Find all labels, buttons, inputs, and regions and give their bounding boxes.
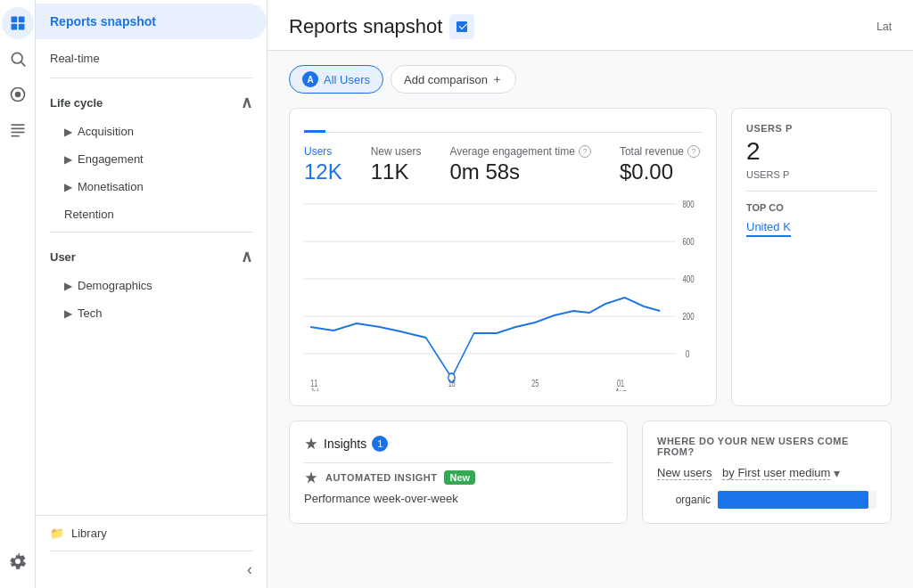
add-comparison-label: Add comparison (404, 73, 488, 86)
acquisition-chevron: ▶ (64, 126, 72, 138)
all-users-label: All Users (324, 73, 370, 86)
metric-new-users-value: 11K (371, 159, 422, 184)
mini-card-divider (746, 191, 876, 192)
main-header: Reports snapshot Lat (267, 0, 913, 51)
sidebar-item-acquisition[interactable]: ▶ Acquisition (36, 118, 267, 145)
sidebar-section-user[interactable]: User ∧ (36, 236, 267, 272)
where-card: WHERE DO YOUR NEW USERS COME FROM? New u… (642, 421, 892, 524)
monetisation-chevron: ▶ (64, 181, 72, 193)
insights-star-icon (304, 437, 318, 451)
sidebar-divider-2 (50, 232, 252, 233)
mini-card-top-country-label: TOP CO (746, 202, 876, 213)
svg-text:600: 600 (682, 236, 694, 248)
svg-text:18: 18 (448, 379, 456, 388)
chart-svg: 800 600 400 200 0 11 Jul (304, 195, 702, 391)
insights-card: Insights 1 AUTOMATED INSIGHT New Perform… (289, 421, 628, 524)
revenue-info-icon[interactable]: ? (687, 145, 700, 158)
sidebar-item-realtime-label: Real-time (50, 52, 100, 65)
all-users-avatar: A (302, 71, 318, 87)
mini-card-country[interactable]: United K (746, 220, 791, 237)
main-body: A All Users Add comparison ＋ Users (267, 51, 913, 588)
metric-new-users: New users 11K (371, 145, 422, 184)
sidebar-item-engagement[interactable]: ▶ Engagement (36, 145, 267, 173)
svg-text:400: 400 (682, 274, 694, 285)
sidebar-item-engagement-label: Engagement (78, 152, 144, 166)
metric-revenue-value: $0.00 (620, 159, 700, 184)
sidebar-item-acquisition-label: Acquisition (78, 125, 134, 138)
filter-dropdown-arrow[interactable]: ▾ (834, 466, 840, 480)
metric-revenue: Total revenue ? $0.00 (620, 145, 700, 184)
sidebar-footer-library[interactable]: 📁 Library (36, 515, 267, 551)
insight-title: Performance week-over-week (304, 492, 613, 505)
nav-dashboard[interactable] (2, 7, 34, 39)
svg-line-5 (21, 62, 25, 67)
where-filter-row: New users by First user medium ▾ (657, 466, 876, 480)
sidebar-item-monetisation[interactable]: ▶ Monetisation (36, 173, 267, 200)
sidebar-item-retention[interactable]: Retention (36, 200, 267, 228)
icon-nav-bottom (2, 545, 34, 577)
automated-label: AUTOMATED INSIGHT (325, 472, 437, 483)
sidebar-divider-1 (50, 78, 252, 78)
all-users-chip[interactable]: A All Users (289, 65, 383, 94)
demographics-chevron: ▶ (64, 280, 72, 292)
svg-rect-10 (11, 132, 24, 134)
sidebar-item-retention-label: Retention (64, 208, 114, 221)
bar-container: organic (657, 491, 876, 509)
add-comparison-icon: ＋ (491, 71, 503, 87)
svg-rect-0 (11, 17, 17, 23)
engagement-chevron: ▶ (64, 153, 72, 166)
nav-realtime[interactable] (2, 78, 34, 110)
metric-new-users-label: New users (371, 145, 422, 158)
svg-rect-9 (11, 128, 24, 130)
bar-track-organic (718, 491, 876, 509)
nav-settings[interactable] (2, 545, 34, 577)
sidebar-item-realtime[interactable]: Real-time (36, 43, 267, 74)
svg-text:Aug: Aug (615, 388, 627, 391)
engagement-info-icon[interactable]: ? (579, 145, 591, 158)
sidebar-item-demographics[interactable]: ▶ Demographics (36, 272, 267, 299)
chart-svg-container[interactable]: 800 600 400 200 0 11 Jul (304, 195, 702, 391)
metric-users: Users 12K (304, 145, 342, 184)
library-icon: 📁 (50, 527, 64, 540)
late-badge: Lat (876, 20, 892, 33)
nav-reports[interactable] (2, 114, 34, 146)
insights-header: Insights 1 (304, 436, 613, 452)
metric-engagement: Average engagement time ? 0m 58s (449, 145, 591, 184)
chart-tab[interactable] (304, 119, 325, 133)
svg-rect-11 (11, 135, 19, 137)
main-content: Reports snapshot Lat A All Users Add com… (267, 0, 913, 588)
svg-text:25: 25 (531, 379, 539, 388)
add-comparison-button[interactable]: Add comparison ＋ (391, 65, 516, 94)
sidebar-section-lifecycle[interactable]: Life cycle ∧ (36, 82, 267, 118)
sidebar-item-monetisation-label: Monetisation (78, 180, 144, 193)
mini-card-users-sub: USERS P (746, 169, 876, 180)
library-label: Library (71, 527, 107, 540)
bar-label-organic: organic (657, 494, 711, 506)
insights-divider (304, 462, 613, 463)
svg-text:0: 0 (686, 348, 689, 360)
where-filter-label[interactable]: New users (657, 466, 711, 480)
cards-row: Users 12K New users 11K Average engageme… (289, 108, 892, 406)
mini-card-users-label: USERS P (746, 123, 876, 134)
where-header: WHERE DO YOUR NEW USERS COME FROM? (657, 436, 876, 457)
sidebar-section-user-label: User (50, 250, 76, 264)
insights-badge: 1 (372, 436, 388, 452)
sidebar-item-tech[interactable]: ▶ Tech (36, 299, 267, 327)
main-title: Reports snapshot (289, 14, 474, 39)
bottom-row: Insights 1 AUTOMATED INSIGHT New Perform… (289, 421, 892, 524)
sidebar: Reports snapshot Real-time Life cycle ∧ … (36, 0, 267, 588)
sidebar-active-item[interactable]: Reports snapshot (36, 4, 267, 39)
sidebar-collapse-button[interactable]: ‹ (247, 560, 252, 579)
svg-rect-2 (11, 24, 17, 30)
metric-revenue-label: Total revenue ? (620, 145, 700, 158)
insights-title: Insights (324, 437, 366, 451)
mini-card: USERS P 2 USERS P TOP CO United K (731, 108, 892, 406)
metric-users-label: Users (304, 145, 342, 158)
nav-search[interactable] (2, 43, 34, 75)
metric-engagement-label: Average engagement time ? (449, 145, 591, 158)
where-filter-by-label[interactable]: by First user medium (722, 466, 830, 480)
title-icon (449, 14, 474, 39)
svg-rect-3 (18, 24, 24, 30)
metric-users-value: 12K (304, 159, 342, 184)
svg-text:Jul: Jul (310, 388, 318, 391)
